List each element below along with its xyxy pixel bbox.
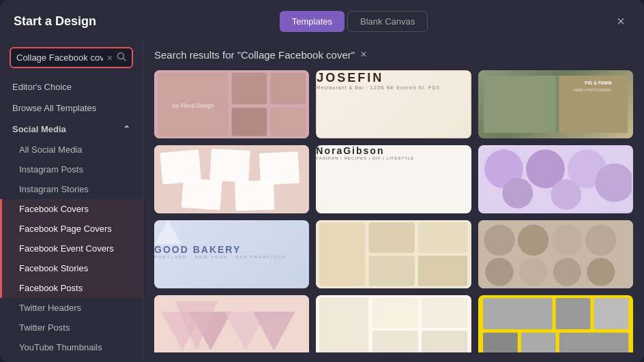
template-thumbnail: JOSEFIN Restaurant & Bar · 123N NE Evere… [316,70,471,138]
search-results-title: Search results for "Collage Facebook cov… [154,49,355,61]
blank-canvas-tab[interactable]: Blank Canvas [347,11,428,32]
svg-rect-32 [418,256,467,286]
search-icon [117,52,126,61]
svg-rect-19 [235,180,274,211]
svg-rect-28 [319,223,365,286]
svg-rect-4 [232,73,267,104]
template-item[interactable] [154,145,309,213]
svg-rect-18 [181,178,222,210]
svg-rect-57 [594,298,628,329]
template-item[interactable] [478,295,633,352]
svg-point-26 [551,179,581,210]
template-thumbnail [154,295,309,352]
svg-rect-31 [418,223,467,253]
svg-point-25 [502,178,533,209]
svg-text:Ivy Floral Design: Ivy Floral Design [172,103,214,109]
template-item[interactable]: Ivy Floral Design [154,70,309,138]
svg-point-36 [551,225,582,256]
svg-rect-58 [483,333,518,352]
sidebar-item-instagram-posts[interactable]: Instagram Posts [0,160,143,179]
chevron-up-icon: ⌃ [123,124,130,134]
search-clear-button[interactable]: × [107,53,113,63]
sidebar-item-youtube-thumbnails[interactable]: YouTube Thumbnails [0,337,143,357]
template-item[interactable]: NoraGibson FASHION | RECIPES | DIY | LIF… [316,145,471,213]
header-tabs: Templates Blank Canvas [280,11,428,32]
svg-point-41 [587,258,615,286]
svg-rect-59 [521,333,556,352]
template-item[interactable] [478,220,633,288]
svg-rect-29 [369,223,415,253]
search-results-header: Search results for "Collage Facebook cov… [154,48,633,61]
sidebar-item-facebook-covers[interactable]: Facebook Covers [0,199,143,219]
svg-point-37 [585,225,616,256]
template-item[interactable] [154,295,309,352]
sidebar-item-facebook-page-covers[interactable]: Facebook Page Covers [0,219,143,239]
svg-point-35 [518,225,548,256]
close-button[interactable]: × [611,12,630,31]
svg-rect-56 [555,298,590,329]
svg-rect-53 [422,331,467,352]
template-thumbnail [316,220,471,288]
search-box: × [10,47,133,68]
svg-rect-50 [372,298,418,328]
svg-rect-30 [369,256,415,286]
search-icon-button[interactable] [117,52,126,63]
sidebar-item-all-social[interactable]: All Social Media [0,140,143,160]
sidebar-item-instagram-stories[interactable]: Instagram Stories [0,179,143,199]
template-item[interactable] [478,145,633,213]
modal-header: Start a Design Templates Blank Canvas × [0,0,644,39]
svg-rect-60 [559,333,628,352]
svg-point-39 [519,258,547,286]
svg-line-1 [123,59,126,61]
template-thumbnail [478,145,633,213]
svg-text:FIG & FAWN: FIG & FAWN [585,80,611,85]
sidebar-item-youtube-channel-art[interactable]: YouTube Channel Art [0,357,143,362]
svg-text:FAMILY PHOTOGRAPHY: FAMILY PHOTOGRAPHY [574,89,612,92]
modal-title: Start a Design [14,14,96,29]
sidebar-section-social-media[interactable]: Social Media ⌃ [0,119,143,140]
svg-rect-55 [483,298,553,329]
sidebar-item-editors-choice[interactable]: Editor's Choice [0,76,143,97]
svg-point-38 [485,258,513,286]
template-item[interactable]: JOSEFIN Restaurant & Bar · 123N NE Evere… [316,70,471,138]
svg-rect-49 [319,298,368,352]
svg-rect-51 [372,331,418,352]
sidebar-item-facebook-posts[interactable]: Facebook Posts [0,278,143,298]
svg-rect-17 [259,151,299,185]
sidebar-item-twitter-posts[interactable]: Twitter Posts [0,318,143,337]
modal-body: × Editor's Choice Browse All Templates S… [0,39,644,362]
svg-point-40 [553,258,581,286]
template-thumbnail [316,295,471,352]
template-thumbnail [154,145,309,213]
sidebar-item-browse-all[interactable]: Browse All Templates [0,97,143,119]
search-results-clear-button[interactable]: × [360,48,366,61]
template-thumbnail: Ivy Floral Design [154,70,309,138]
template-thumbnail: NoraGibson FASHION | RECIPES | DIY | LIF… [316,145,471,213]
svg-rect-52 [422,298,467,328]
templates-tab[interactable]: Templates [280,11,345,32]
svg-rect-16 [209,149,250,182]
main-content: Search results for "Collage Facebook cov… [143,39,644,362]
template-thumbnail [478,220,633,288]
svg-rect-6 [232,108,267,136]
template-item[interactable] [316,220,471,288]
search-input[interactable] [16,52,103,63]
svg-rect-10 [484,76,556,133]
svg-rect-7 [270,108,306,136]
start-a-design-modal: Start a Design Templates Blank Canvas × … [0,0,644,362]
sidebar-item-facebook-stories[interactable]: Facebook Stories [0,258,143,278]
template-item[interactable] [316,295,471,352]
sidebar: × Editor's Choice Browse All Templates S… [0,39,143,362]
template-grid: Ivy Floral Design JOSEFIN Restaurant & B… [154,70,633,352]
svg-point-34 [484,225,514,256]
template-thumbnail [478,295,633,352]
sidebar-item-facebook-event-covers[interactable]: Facebook Event Covers [0,239,143,258]
template-thumbnail: GOOD BAKERY PORTLAND · NEW YORK · SAN FR… [154,220,309,288]
sidebar-item-twitter-headers[interactable]: Twitter Headers [0,298,143,318]
svg-rect-5 [270,73,306,104]
template-item[interactable]: FIG & FAWN FAMILY PHOTOGRAPHY [478,70,633,138]
template-item[interactable]: GOOD BAKERY PORTLAND · NEW YORK · SAN FR… [154,220,309,288]
template-thumbnail: FIG & FAWN FAMILY PHOTOGRAPHY [478,70,633,138]
